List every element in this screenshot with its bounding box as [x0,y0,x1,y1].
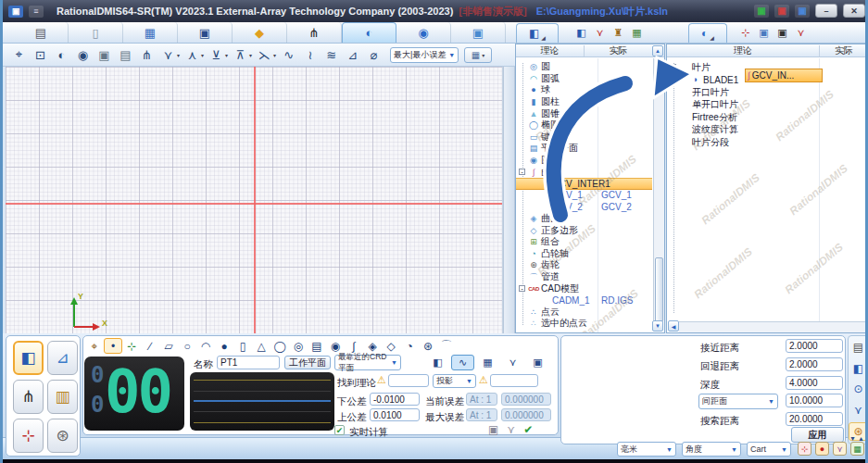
window-table-icon[interactable]: ▣ [756,25,772,41]
coordinate-status-icon[interactable]: ⊹ [798,442,811,456]
tree-item[interactable]: ▲ 圆锥 [516,107,652,119]
tree-item[interactable]: ◉ 圆环 [516,155,652,167]
plane-mode-combo[interactable]: 最靠近的CRD平面▼ [334,355,401,370]
cylinder-icon[interactable]: ▯ [233,338,252,354]
tab-document[interactable]: ▯ [69,22,123,43]
plane-icon[interactable]: ▱ [159,338,178,354]
confirm-check-icon[interactable]: ✔ [523,423,533,436]
tree-item[interactable]: 叶片分段 [667,136,868,149]
tree-item[interactable]: GCV_2 GCV_2 [516,201,652,213]
minimize-button[interactable]: – [815,4,837,18]
find-theory-input[interactable] [388,374,429,387]
view-solid-tab[interactable]: ◧ [426,355,449,370]
parameter-input[interactable] [786,412,843,426]
view-graph-tab[interactable]: ∿ [451,355,474,370]
position-icon[interactable]: ⌖ [8,45,30,65]
probe-adjust-icon[interactable]: ⋎ [849,401,868,419]
graphics-viewport[interactable]: Y X [6,67,503,333]
parameter-combo[interactable]: 间距面▼ [698,394,778,409]
view-probe-icon[interactable]: ◧ [849,359,868,378]
axes-icon[interactable]: ⊹ [122,338,141,354]
projection-input[interactable] [490,374,538,387]
joystick-icon[interactable]: ▣ [754,5,769,18]
probe-y-icon[interactable]: ⋎ [592,25,608,41]
tree-item[interactable]: ◠ 圆弧 [516,73,652,85]
machine-link-icon[interactable]: ▣ [795,5,810,18]
tree-item[interactable]: 波纹度计算 [667,124,868,137]
apply-button[interactable]: 应用 [791,427,844,443]
tree-item[interactable]: GCV_INTER1 [516,178,652,190]
grid-layout-button[interactable]: ▦▾ [464,47,492,63]
view-probe-tab[interactable]: ⋎ [501,355,524,370]
circle-icon[interactable]: ○ [178,338,196,354]
tab-view[interactable]: ◉ [396,22,451,43]
measure-tool-button[interactable]: ⊿ [47,341,78,375]
tree-item[interactable]: ◯ 椭圆 [516,119,652,131]
probe-vector-icon[interactable]: ⋎ [793,25,809,41]
tree-item[interactable]: ▤ 平行平面 [516,143,652,155]
axes-icon[interactable]: ⊹ [737,25,753,41]
chart-status-icon[interactable]: ▦ [850,442,864,456]
sphere-icon[interactable]: ● [215,338,233,354]
fixture-crate-button[interactable]: ▥ [47,380,78,414]
horizontal-scrollbar[interactable] [679,321,868,332]
tree-item[interactable]: ⊞ 组合 [516,236,652,248]
sphere-view-icon[interactable]: ◐ [51,45,72,65]
right-panel-tab[interactable]: ◐ ◢ [688,23,727,43]
solid-cube-icon[interactable]: ◧ [573,25,589,41]
coordinate-combo[interactable]: Cart▼ [747,442,791,457]
projection-combo[interactable]: 投影▼ [433,374,476,388]
scroll-left-button[interactable]: ◀ [668,320,679,332]
tree-item[interactable]: ◎ 圆 [516,61,652,73]
eye-view-icon[interactable]: ◉ [72,45,94,65]
units-combo[interactable]: 毫米▼ [617,442,676,457]
tree-item[interactable]: ∴ 选中的点云 [516,318,652,330]
tree-item[interactable]: ⊛ 齿轮 [516,259,652,271]
tab-probe[interactable]: ⋔ [287,22,342,43]
parameter-input[interactable] [786,339,843,353]
image-view-icon[interactable]: ▤ [115,45,136,65]
view-report-tab[interactable]: ▣ [526,355,549,370]
error-mode-combo[interactable]: 最大|最小误差▼ [390,47,459,63]
app-icon[interactable]: ▣ [8,6,23,18]
view-table-tab[interactable]: ▦ [476,355,499,370]
tree-item[interactable]: ⌒ 管道 [516,271,652,283]
report-print-icon[interactable]: ▤ [849,338,868,357]
workplane-button[interactable]: 工作平面 [284,356,331,369]
lower-tolerance-input[interactable] [370,393,420,406]
tab-measure[interactable]: ◐ [342,22,396,43]
point-icon[interactable]: • [104,338,122,354]
upper-tolerance-input[interactable] [370,408,420,421]
line-icon[interactable]: ∕ [141,338,159,354]
probe-angle-icon[interactable]: ⋋ [254,45,275,65]
probe-surface-icon[interactable]: ⊼ [230,45,251,65]
probe-build-icon[interactable]: ⋔ [136,45,157,65]
tab-window[interactable]: ▣ [451,22,506,43]
crown-icon[interactable]: ♜ [610,25,626,41]
angle-combo[interactable]: 角度▼ [682,442,741,457]
probe-compensate-icon[interactable]: ⌖ [85,338,104,354]
camera-icon[interactable]: ▣ [774,25,790,41]
slot-icon[interactable]: ◎ [289,338,308,354]
tree-item[interactable]: ◈ 曲面 [516,213,652,225]
coordinate-system-button[interactable]: ⊹ [13,419,44,453]
machine-mode-button[interactable]: ◧ [13,341,44,375]
tree-item[interactable]: Firtree分析 [667,111,868,124]
tab-calculator[interactable]: ▦ [123,22,178,43]
cone-icon[interactable]: △ [252,338,270,354]
camshaft-icon[interactable]: ◔ [400,338,419,354]
tree-item[interactable]: GCV_1 GCV_1 [516,190,652,202]
theory-column-header[interactable]: 理论 [667,44,819,57]
zoom-window-icon[interactable]: ⊡ [30,45,51,65]
tree-item[interactable]: - CAD CAD模型 [516,282,652,294]
expand-toggle-icon[interactable]: - [519,285,525,292]
ellipse-icon[interactable]: ◯ [270,338,289,354]
tab-cad[interactable]: ◆ [233,22,287,43]
tree-item[interactable]: - ∫ 曲线 [516,166,652,178]
menu-icon[interactable]: ≡ [29,6,44,18]
mid-panel-tab[interactable]: ◧ ◢ [516,23,559,43]
probe-manager-button[interactable]: ⋔ [13,380,44,414]
parameter-input[interactable] [786,394,843,407]
stop-status-icon[interactable]: ● [815,442,829,456]
parameter-input[interactable] [786,376,843,390]
